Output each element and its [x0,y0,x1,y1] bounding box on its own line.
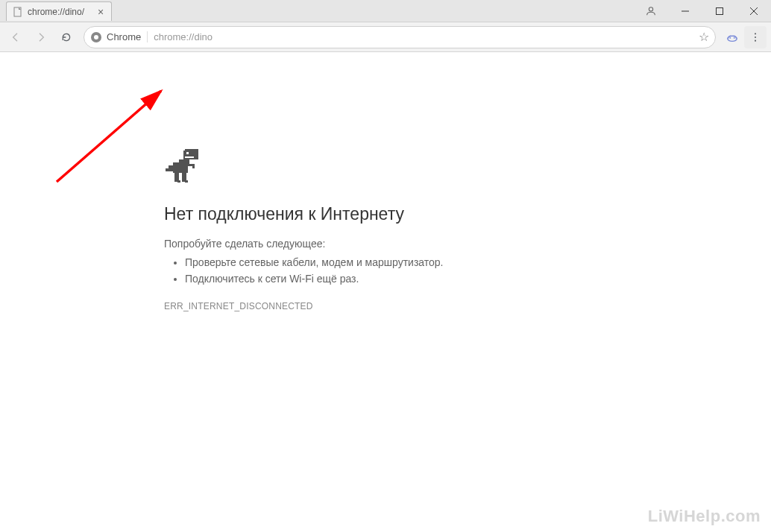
maximize-button[interactable] [702,0,737,22]
menu-button[interactable] [744,26,767,48]
svg-rect-17 [186,152,189,154]
suggestion-item: Подключитесь к сети Wi-Fi ещё раз. [185,270,567,287]
svg-rect-28 [185,180,188,183]
svg-point-13 [755,39,756,41]
error-intro: Попробуйте сделать следующее: [164,238,567,250]
dino-icon[interactable] [164,149,200,188]
minimize-button[interactable] [668,0,702,22]
browser-toolbar: Chrome ☆ [0,22,771,52]
tab-title: chrome://dino/ [28,7,84,17]
bookmark-star-icon[interactable]: ☆ [699,30,709,44]
suggestion-list: Проверьте сетевые кабели, модем и маршру… [164,254,567,288]
svg-rect-18 [185,156,194,158]
svg-rect-27 [177,180,180,183]
svg-rect-16 [183,151,185,159]
address-bar[interactable]: Chrome ☆ [84,26,716,48]
error-content: Нет подключения к Интернету Попробуйте с… [164,149,567,311]
svg-point-9 [729,37,731,39]
svg-rect-20 [173,162,188,173]
close-window-button[interactable] [737,0,771,22]
error-heading: Нет подключения к Интернету [164,204,567,224]
svg-rect-22 [166,168,170,171]
svg-point-7 [94,35,98,39]
suggestion-item: Проверьте сетевые кабели, модем и маршру… [185,254,567,270]
annotation-arrow [42,85,176,189]
reload-button[interactable] [55,26,78,48]
extension-icon[interactable] [722,27,743,48]
svg-line-14 [57,91,161,182]
url-origin-chip: Chrome [107,31,148,42]
browser-tab[interactable]: chrome://dino/ × [6,1,112,21]
page-icon [13,7,23,17]
window-titlebar: chrome://dino/ × [0,0,771,22]
tab-close-icon[interactable]: × [98,7,104,17]
error-code: ERR_INTERNET_DISCONNECTED [164,301,567,311]
watermark: LiWiHelp.com [648,507,761,526]
account-icon[interactable] [634,0,668,22]
chrome-logo-icon [90,31,102,43]
url-input[interactable] [154,31,694,42]
svg-point-10 [734,37,735,39]
svg-point-1 [649,7,652,10]
svg-rect-3 [717,7,723,14]
forward-button[interactable] [30,26,52,48]
page-viewport: Нет подключения к Интернету Попробуйте с… [0,52,771,532]
svg-rect-24 [192,164,195,168]
back-button[interactable] [4,26,27,48]
svg-point-11 [755,33,756,34]
svg-point-12 [755,36,756,37]
